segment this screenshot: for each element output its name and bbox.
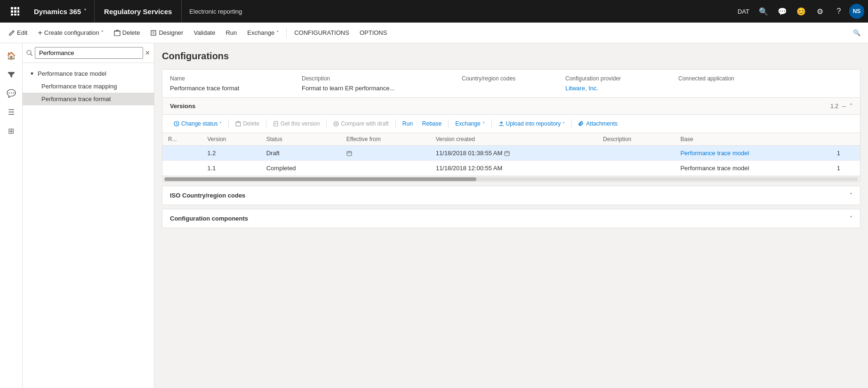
filter-sidebar-icon[interactable] [3,66,20,83]
validate-button[interactable]: Validate [189,25,220,40]
designer-button[interactable]: Designer [145,25,188,40]
row1-r [162,146,201,161]
iso-section-header[interactable]: ISO Country/region codes ˅ [162,186,860,205]
components-chevron-icon: ˅ [850,215,852,222]
chat-sidebar-icon[interactable]: 💬 [3,85,20,102]
top-navigation: Dynamics 365 ˅ Regulatory Services Elect… [0,0,868,23]
top-nav-right: DAT 🔍 💬 😊 ⚙ ? NS [734,3,864,20]
exchange-button[interactable]: Exchange ˅ [242,25,283,40]
svg-point-11 [27,50,31,55]
user-icon[interactable]: 😊 [793,3,810,20]
delete-button[interactable]: Delete [109,25,145,40]
options-tab[interactable]: OPTIONS [355,25,392,40]
svg-rect-6 [11,14,13,16]
tree-search-input[interactable] [35,47,143,59]
svg-rect-8 [17,14,19,16]
versions-table-body: 1.2 Draft 11/18/2018 01:38:55 AM [162,146,860,176]
rebase-button[interactable]: Rebase [418,119,445,129]
iso-chevron-icon: ˅ [850,192,852,199]
tree-root-item[interactable]: ▼ Performance trace model [23,67,154,80]
row1-base[interactable]: Performance trace model [675,146,831,161]
versions-section-header[interactable]: Versions 1.2 -- ˄ [162,98,860,115]
upload-repository-button[interactable]: Upload into repository ˅ [495,119,569,129]
tree-child-mapping[interactable]: Performance trace mapping [23,80,154,93]
svg-rect-5 [17,10,19,13]
svg-rect-1 [14,7,16,9]
iso-section: ISO Country/region codes ˅ [162,186,860,205]
table-row[interactable]: 1.2 Draft 11/18/2018 01:38:55 AM [162,146,860,161]
tree-expand-icon[interactable]: ▼ [28,70,36,77]
configurations-tab[interactable]: CONFIGURATIONS [289,25,354,40]
tree-content: ▼ Performance trace model Performance tr… [23,63,154,388]
apps-launcher-button[interactable] [4,7,26,16]
row2-r [162,161,201,176]
provider-label: Configuration provider [565,75,678,82]
page-title: Configurations [162,51,860,62]
grid-sidebar-icon[interactable]: ⊞ [3,122,20,139]
versions-run-button[interactable]: Run [399,119,417,129]
description-label: Description [302,75,462,82]
svg-rect-9 [114,31,120,36]
versions-table-header: R... Version Status Effective from Versi… [162,133,860,146]
row1-effective-from [341,146,430,161]
vtb-sep-6 [491,119,492,128]
versions-exchange-button[interactable]: Exchange ˅ [451,119,488,129]
home-sidebar-icon[interactable]: 🏠 [3,47,20,64]
d365-label: Dynamics 365 [34,8,81,16]
command-bar: Edit + Create configuration ˅ Delete Des… [0,23,868,43]
col-base: Base [675,133,831,146]
svg-rect-3 [11,10,13,13]
row2-base-num: 1 [831,161,860,176]
message-icon[interactable]: 💬 [774,3,791,20]
connected-col: Connected application [678,75,852,92]
tree-search-icon [26,50,33,56]
components-title: Configuration components [170,215,248,222]
cmd-search-button[interactable]: 🔍 [849,25,864,40]
row2-description [597,161,675,176]
name-value: Performance trace format [170,85,302,92]
attachments-button[interactable]: Attachments [575,119,621,129]
tree-child-format[interactable]: Performance trace format [23,93,154,105]
horizontal-scrollbar[interactable] [162,176,860,182]
versions-collapse-icon[interactable]: ˄ [850,103,852,110]
versions-version-display: 1.2 -- ˄ [830,103,852,110]
versions-delete-button[interactable]: Delete [232,119,263,129]
versions-table: R... Version Status Effective from Versi… [162,133,860,176]
compare-with-draft-button[interactable]: Compare with draft [330,119,392,129]
vtb-sep-3 [326,119,327,128]
svg-rect-17 [505,151,509,156]
change-status-button[interactable]: Change status ˅ [170,119,225,129]
page-breadcrumb: Electronic reporting [182,8,734,15]
edit-button[interactable]: Edit [4,25,32,40]
main-content: Configurations Name Performance trace fo… [154,43,868,388]
get-version-button[interactable]: Get this version [269,119,323,129]
tree-root-label: Performance trace model [38,70,106,77]
create-configuration-button[interactable]: + Create configuration ˅ [33,25,108,40]
row1-version-created: 11/18/2018 01:38:55 AM [430,146,597,161]
config-detail-card: Name Performance trace format Descriptio… [162,69,860,182]
vtb-sep-4 [395,119,396,128]
table-row[interactable]: 1.1 Completed 11/18/2018 12:00:55 AM Per… [162,161,860,176]
dynamics-365-nav[interactable]: Dynamics 365 ˅ [26,0,95,23]
versions-section: Versions 1.2 -- ˄ Change status ˅ [162,98,860,182]
row2-version-created: 11/18/2018 12:00:55 AM [430,161,597,176]
tree-search-bar: ✕ [23,43,154,63]
provider-value[interactable]: Litware, Inc. [565,85,678,92]
tree-mapping-label: Performance trace mapping [41,83,117,90]
version-sep: -- [842,103,846,110]
avatar[interactable]: NS [849,4,864,19]
clear-search-button[interactable]: ✕ [145,49,150,56]
row1-base-num: 1 [831,146,860,161]
list-sidebar-icon[interactable]: ☰ [3,103,20,120]
col-base-num [831,133,860,146]
row2-status: Completed [261,161,341,176]
components-section-header[interactable]: Configuration components ˅ [162,209,860,228]
settings-icon[interactable]: ⚙ [812,3,828,20]
cmd-separator [286,28,287,38]
row2-version: 1.1 [201,161,260,176]
help-icon[interactable]: ? [830,3,847,20]
vtb-sep-2 [266,119,266,128]
svg-rect-7 [14,14,16,16]
run-button[interactable]: Run [221,25,241,40]
search-nav-icon[interactable]: 🔍 [755,3,772,20]
